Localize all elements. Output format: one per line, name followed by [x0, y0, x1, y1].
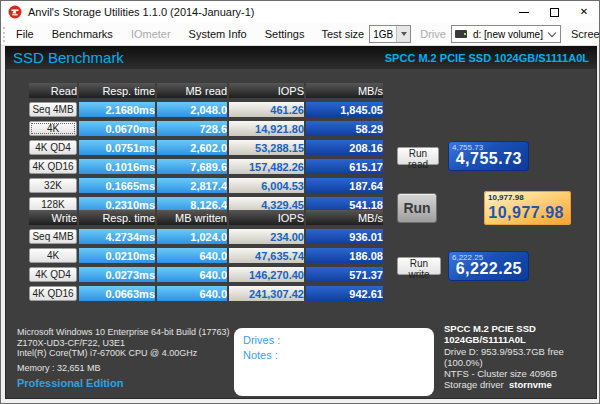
read-score-value: 4,755.73	[456, 150, 522, 168]
iops-cell: 146,270.40	[229, 267, 304, 282]
read-row-button-seq4mb[interactable]: Seq 4MB	[29, 102, 77, 117]
mb-read-cell: 2,048.0	[157, 102, 227, 117]
write-table: Write Resp. time MB written IOPS MB/s Se…	[27, 206, 385, 305]
read-row-button-4kqd16[interactable]: 4K QD16	[29, 159, 77, 174]
mbs-cell: 615.17	[306, 159, 383, 174]
mbs-cell: 186.08	[306, 248, 383, 263]
resp-time-cell: 0.1016ms	[79, 159, 155, 174]
device-name: SPCC M.2 PCIE SSD 1024GB/S1111A0L	[385, 52, 589, 64]
table-row: 4K 0.0670ms 728.6 14,921.80 58.29	[29, 121, 383, 136]
col-header: IOPS	[229, 210, 304, 225]
resp-time-cell: 0.0751ms	[79, 140, 155, 155]
app-icon	[8, 5, 22, 19]
mb-read-cell: 728.6	[157, 121, 227, 136]
menu-benchmarks[interactable]: Benchmarks	[44, 25, 121, 43]
write-row-button-4k[interactable]: 4K	[29, 248, 77, 263]
col-header: MB/s	[306, 83, 383, 98]
close-icon: ✕	[580, 7, 588, 17]
disk-info: SPCC M.2 PCIE SSD 1024GB/S1111A0L Drive …	[444, 323, 599, 404]
col-header: MB read	[157, 83, 227, 98]
drive-label: Drive	[413, 28, 451, 40]
total-score-badge: 10,977.98 10,977.98	[484, 191, 571, 225]
memory-line: Memory : 32,651 MB	[17, 363, 230, 374]
read-row-button-4k[interactable]: 4K	[29, 121, 77, 136]
menu-file[interactable]: File	[8, 25, 42, 43]
resp-time-cell: 4.2734ms	[79, 229, 155, 244]
mbs-cell: 58.29	[306, 121, 383, 136]
disk-driver-line: Storage driver stornvme	[444, 379, 599, 390]
mb-written-cell: 640.0	[157, 267, 227, 282]
write-score-badge: 6,222.25 6,222.25	[448, 251, 529, 281]
mbs-cell: 936.01	[306, 229, 383, 244]
title-bar: Anvil's Storage Utilities 1.1.0 (2014-Ja…	[1, 1, 599, 23]
menu-system-info[interactable]: System Info	[181, 25, 255, 43]
chevron-down-icon	[548, 28, 556, 36]
col-header: MB/s	[306, 210, 383, 225]
drive-select[interactable]: d: [new volume]	[451, 25, 561, 43]
mbs-cell: 942.61	[306, 286, 383, 301]
edition-label: Professional Edition	[17, 377, 123, 389]
iops-cell: 53,288.15	[229, 140, 304, 155]
col-header: IOPS	[229, 83, 304, 98]
write-row-button-seq4mb[interactable]: Seq 4MB	[29, 229, 77, 244]
write-row-button-4kqd4[interactable]: 4K QD4	[29, 267, 77, 282]
col-header: MB written	[157, 210, 227, 225]
mbs-cell: 208.16	[306, 140, 383, 155]
mbs-cell: 1,845.05	[306, 102, 383, 117]
minimize-button[interactable]	[509, 1, 539, 23]
resp-time-cell: 0.1665ms	[79, 178, 155, 193]
read-row-button-32k[interactable]: 32K	[29, 178, 77, 193]
resp-time-cell: 0.0663ms	[79, 286, 155, 301]
page-title: SSD Benchmark	[13, 49, 124, 66]
window-title: Anvil's Storage Utilities 1.1.0 (2014-Ja…	[28, 6, 254, 18]
driver-label: Storage driver	[444, 379, 504, 390]
mbs-cell: 187.64	[306, 178, 383, 193]
dropdown-arrow-icon	[401, 32, 407, 36]
menu-screenshot[interactable]: Screenshot	[563, 25, 600, 43]
iops-cell: 461.26	[229, 102, 304, 117]
read-score-badge: 4,755.73 4,755.73	[448, 141, 529, 171]
drives-label: Drives :	[243, 333, 425, 348]
menu-iometer: IOmeter	[123, 25, 179, 43]
table-row: 4K 0.0210ms 640.0 47,635.74 186.08	[29, 248, 383, 263]
table-row: 4K QD16 0.1016ms 7,689.6 157,482.26 615.…	[29, 159, 383, 174]
notes-label: Notes :	[243, 348, 425, 363]
write-row-button-4kqd16[interactable]: 4K QD16	[29, 286, 77, 301]
read-table: Read Resp. time MB read IOPS MB/s Seq 4M…	[27, 79, 385, 216]
mb-written-cell: 640.0	[157, 286, 227, 301]
motherboard-line: Z170X-UD3-CF/F22, U3E1	[17, 338, 230, 349]
resp-time-cell: 0.0210ms	[79, 248, 155, 263]
menu-settings[interactable]: Settings	[257, 25, 313, 43]
total-score-small: 10,977.98	[488, 193, 524, 202]
col-header: Read	[29, 83, 77, 98]
cpu-line: Intel(R) Core(TM) i7-6700K CPU @ 4.00GHz	[17, 348, 230, 359]
run-read-button[interactable]: Run read	[397, 147, 439, 165]
close-button[interactable]: ✕	[569, 1, 599, 23]
test-size-select[interactable]: 1GB	[369, 25, 411, 43]
test-size-dropdown-button[interactable]	[396, 26, 410, 42]
resp-time-cell: 0.0273ms	[79, 267, 155, 282]
disk-device-line: SPCC M.2 PCIE SSD 1024GB/S1111A0L	[444, 323, 599, 346]
disk-fs-line: NTFS - Cluster size 4096B	[444, 368, 599, 379]
drives-notes-box[interactable]: Drives : Notes :	[234, 328, 434, 396]
mbs-cell: 571.37	[306, 267, 383, 282]
iops-cell: 157,482.26	[229, 159, 304, 174]
mb-written-cell: 1,024.0	[157, 229, 227, 244]
maximize-button[interactable]	[539, 1, 569, 23]
col-header: Resp. time	[79, 83, 155, 98]
resp-time-cell: 0.0670ms	[79, 121, 155, 136]
test-size-label: Test size	[314, 28, 369, 40]
table-row: 4K QD4 0.0751ms 2,602.0 53,288.15 208.16	[29, 140, 383, 155]
run-button[interactable]: Run	[397, 193, 437, 223]
col-header: Write	[29, 210, 77, 225]
mb-written-cell: 640.0	[157, 248, 227, 263]
mb-read-cell: 2,817.4	[157, 178, 227, 193]
read-row-button-4kqd4[interactable]: 4K QD4	[29, 140, 77, 155]
test-size-value: 1GB	[370, 29, 396, 40]
disk-free-line: Drive D: 953.9/953.7GB free (100.0%)	[444, 346, 599, 369]
run-write-button[interactable]: Run write	[397, 257, 441, 275]
total-score-value: 10,977.98	[488, 204, 564, 222]
mb-read-cell: 2,602.0	[157, 140, 227, 155]
os-line: Microsoft Windows 10 Enterprise 64-bit B…	[17, 327, 230, 338]
maximize-icon	[550, 8, 559, 17]
